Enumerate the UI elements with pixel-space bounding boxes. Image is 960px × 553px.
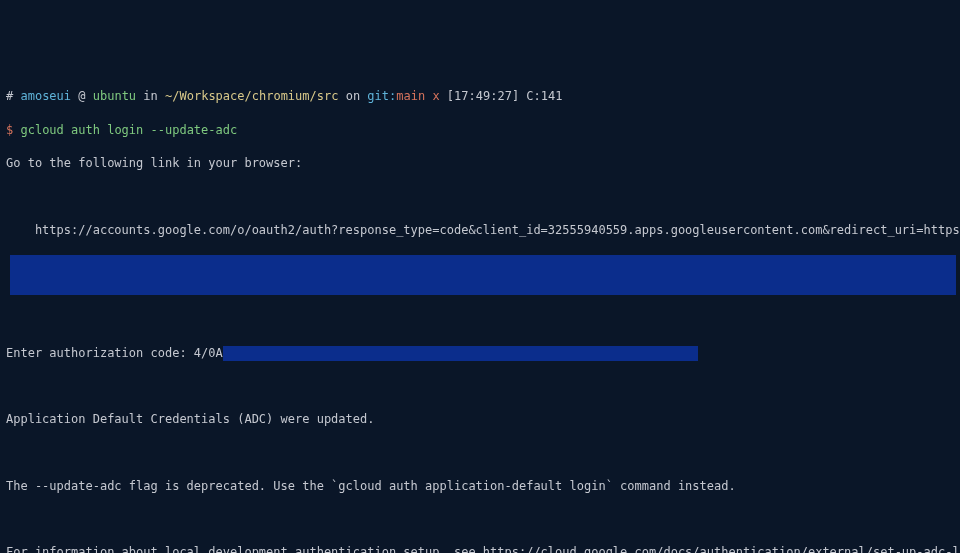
prompt-c-value: 141 (541, 89, 563, 103)
prompt-git-label: git: (367, 89, 396, 103)
redacted-auth-code (223, 346, 698, 361)
prompt-hash: # (6, 89, 13, 103)
blank-line (6, 378, 954, 394)
prompt-user: amoseui (20, 89, 71, 103)
prompt-host: ubuntu (93, 89, 136, 103)
output-adc-updated: Application Default Credentials (ADC) we… (6, 411, 954, 428)
prompt-in: in (143, 89, 157, 103)
prompt-x: x (432, 89, 439, 103)
output-url: https://accounts.google.com/o/oauth2/aut… (6, 222, 954, 239)
prompt-path: ~/Workspace/chromium/src (165, 89, 338, 103)
prompt-dollar: $ (6, 123, 13, 137)
prompt-c-label: C: (526, 89, 540, 103)
output-enter-code: Enter authorization code: 4/0A (6, 345, 954, 362)
redacted-url-block (10, 255, 956, 295)
prompt-branch: main (396, 89, 425, 103)
command-text: gcloud auth login --update-adc (20, 123, 237, 137)
prompt-time: [17:49:27] (447, 89, 519, 103)
output-deprecated: The --update-adc flag is deprecated. Use… (6, 478, 954, 495)
blank-line (6, 511, 954, 527)
terminal-output[interactable]: # amoseui @ ubuntu in ~/Workspace/chromi… (6, 71, 954, 553)
blank-line (6, 445, 954, 461)
output-info: For information about local development … (6, 544, 954, 553)
blank-line (6, 312, 954, 328)
prompt-at: @ (78, 89, 85, 103)
prompt-on: on (346, 89, 360, 103)
blank-line (6, 189, 954, 205)
command-line: $ gcloud auth login --update-adc (6, 122, 954, 139)
output-go-to-link: Go to the following link in your browser… (6, 155, 954, 172)
prompt-line: # amoseui @ ubuntu in ~/Workspace/chromi… (6, 88, 954, 105)
